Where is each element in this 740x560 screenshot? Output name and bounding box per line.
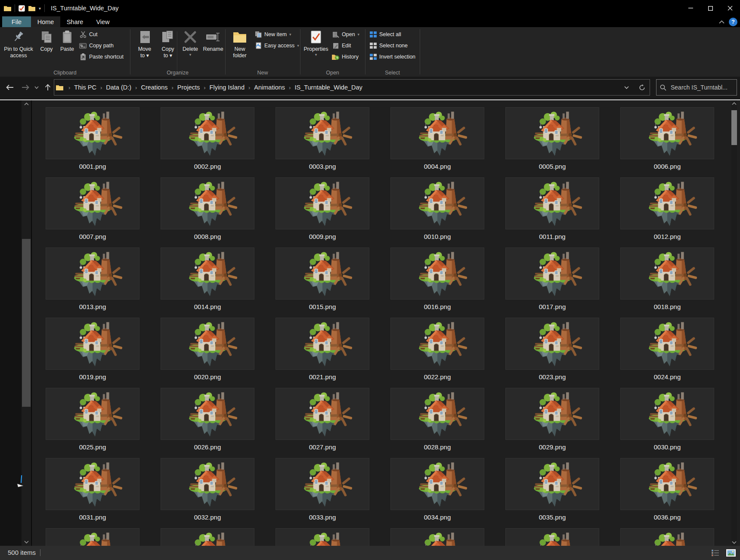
file-item[interactable]: 0016.png	[390, 248, 484, 318]
file-thumbnail[interactable]	[390, 318, 484, 370]
file-item[interactable]: 0032.png	[161, 458, 254, 528]
address-field[interactable]: ›This PC›Data (D:)›Creations›Projects›Fl…	[54, 79, 650, 96]
file-thumbnail[interactable]	[161, 107, 254, 159]
file-item[interactable]: 0011.png	[505, 177, 599, 248]
file-list-scrollbar-thumb[interactable]	[731, 110, 737, 145]
file-item[interactable]: 0015.png	[276, 248, 369, 318]
file-item[interactable]: 0025.png	[46, 388, 139, 458]
file-thumbnail[interactable]	[390, 388, 484, 440]
file-item[interactable]: 0042.png	[620, 528, 714, 546]
breadcrumb-item[interactable]: Flying Island	[207, 84, 247, 91]
file-item[interactable]: 0003.png	[276, 107, 369, 177]
rename-button[interactable]: Rename	[201, 29, 225, 53]
file-item[interactable]: 0035.png	[505, 458, 599, 528]
file-item[interactable]: 0027.png	[276, 388, 369, 458]
select-none-button[interactable]: Select none	[369, 40, 415, 51]
new-item-button[interactable]: New item ▾	[254, 29, 299, 40]
qat-new-folder-icon[interactable]	[28, 6, 35, 11]
breadcrumb-item[interactable]: Creations	[139, 84, 170, 91]
file-item[interactable]: 0038.png	[161, 528, 254, 546]
minimize-button[interactable]	[681, 0, 700, 16]
breadcrumb-chevron-icon[interactable]: ›	[247, 84, 252, 91]
file-item[interactable]: 0036.png	[620, 458, 714, 528]
file-thumbnail[interactable]	[620, 248, 714, 300]
file-thumbnail[interactable]	[276, 177, 369, 229]
file-item[interactable]: 0030.png	[620, 388, 714, 458]
breadcrumb-chevron-icon[interactable]: ›	[67, 84, 72, 91]
file-thumbnail[interactable]	[505, 318, 599, 370]
file-item[interactable]: 0004.png	[390, 107, 484, 177]
edit-button[interactable]: Edit	[332, 40, 359, 51]
delete-button[interactable]: Delete ▾	[178, 29, 202, 56]
breadcrumb-chevron-icon[interactable]: ›	[287, 84, 292, 91]
file-item[interactable]: 0029.png	[505, 388, 599, 458]
file-thumbnail[interactable]	[46, 248, 139, 300]
copy-to-button[interactable]: Copy to ▾	[157, 29, 179, 59]
breadcrumb-item[interactable]: Data (D:)	[104, 84, 133, 91]
file-item[interactable]: 0019.png	[46, 318, 139, 388]
file-thumbnail[interactable]	[46, 107, 139, 159]
breadcrumb-item[interactable]: Projects	[175, 84, 202, 91]
file-thumbnail[interactable]	[161, 388, 254, 440]
scroll-up-icon[interactable]	[22, 102, 31, 105]
file-item[interactable]: 0001.png	[46, 107, 139, 177]
file-thumbnail[interactable]	[276, 318, 369, 370]
file-thumbnail[interactable]	[276, 528, 369, 546]
breadcrumb-chevron-icon[interactable]: ›	[170, 84, 175, 91]
file-thumbnail[interactable]	[46, 177, 139, 229]
file-thumbnail[interactable]	[620, 528, 714, 546]
file-item[interactable]: 0008.png	[161, 177, 254, 248]
file-item[interactable]: 0041.png	[505, 528, 599, 546]
breadcrumb-item[interactable]: This PC	[72, 84, 99, 91]
file-thumbnail[interactable]	[46, 318, 139, 370]
file-thumbnail[interactable]	[46, 388, 139, 440]
file-thumbnail[interactable]	[276, 248, 369, 300]
file-item[interactable]: 0023.png	[505, 318, 599, 388]
tab-view[interactable]: View	[90, 16, 116, 27]
scroll-up-icon[interactable]	[731, 102, 737, 105]
file-item[interactable]: 0026.png	[161, 388, 254, 458]
file-thumbnail[interactable]	[161, 177, 254, 229]
file-item[interactable]: 0024.png	[620, 318, 714, 388]
file-item[interactable]: 0014.png	[161, 248, 254, 318]
search-box[interactable]	[656, 79, 737, 96]
file-list-scrollbar[interactable]	[731, 100, 737, 546]
file-thumbnail[interactable]	[505, 248, 599, 300]
file-item[interactable]: 0033.png	[276, 458, 369, 528]
search-input[interactable]	[671, 84, 731, 91]
details-view-button[interactable]	[710, 548, 721, 558]
file-thumbnail[interactable]	[161, 318, 254, 370]
file-thumbnail[interactable]	[505, 388, 599, 440]
breadcrumb-chevron-icon[interactable]: ›	[133, 84, 139, 91]
file-item[interactable]: 0037.png	[46, 528, 139, 546]
file-thumbnail[interactable]	[161, 248, 254, 300]
file-thumbnail[interactable]	[390, 248, 484, 300]
scroll-down-icon[interactable]	[731, 541, 737, 544]
file-thumbnail[interactable]	[390, 107, 484, 159]
pin-to-quick-access-button[interactable]: Pin to Quick access	[3, 29, 34, 59]
file-item[interactable]: 0040.png	[390, 528, 484, 546]
navigation-scrollbar-thumb[interactable]	[22, 239, 31, 407]
file-thumbnail[interactable]	[161, 458, 254, 510]
maximize-button[interactable]	[700, 0, 720, 16]
file-item[interactable]: 0034.png	[390, 458, 484, 528]
file-item[interactable]: 0017.png	[505, 248, 599, 318]
file-thumbnail[interactable]	[276, 458, 369, 510]
invert-selection-button[interactable]: Invert selection	[369, 51, 415, 62]
file-item[interactable]: 0007.png	[46, 177, 139, 248]
close-button[interactable]	[720, 0, 740, 16]
paste-shortcut-button[interactable]: Paste shortcut	[79, 51, 124, 62]
file-thumbnail[interactable]	[390, 458, 484, 510]
breadcrumb-item[interactable]: Animations	[252, 84, 287, 91]
file-thumbnail[interactable]	[620, 388, 714, 440]
history-button[interactable]: History	[332, 51, 359, 62]
file-thumbnail[interactable]	[276, 107, 369, 159]
qat-properties-icon[interactable]	[19, 5, 25, 12]
file-list-area[interactable]: 0001.png0002.png0003.png0004.png0005.png…	[32, 100, 731, 546]
help-icon[interactable]: ?	[729, 18, 737, 26]
file-item[interactable]: 0013.png	[46, 248, 139, 318]
paste-button[interactable]: Paste	[57, 29, 77, 53]
file-item[interactable]: 0022.png	[390, 318, 484, 388]
file-item[interactable]: 0021.png	[276, 318, 369, 388]
tab-file[interactable]: File	[2, 16, 31, 27]
